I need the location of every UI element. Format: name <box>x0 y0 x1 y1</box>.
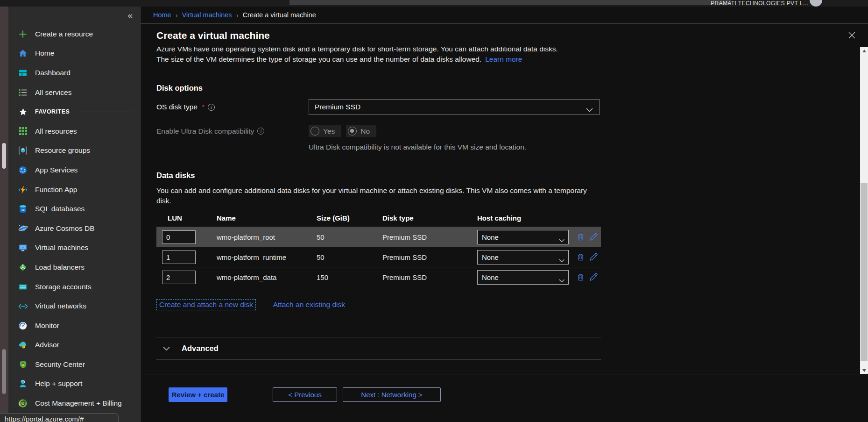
scroll-viewport: Azure VMs have one operating system disk… <box>141 47 860 374</box>
home-icon <box>18 48 28 58</box>
table-header: LUN Name Size (GiB) Disk type Host cachi… <box>156 212 601 227</box>
host-caching-select[interactable]: None <box>477 270 569 285</box>
browser-top-strip: PRAMATI TECHNOLOGIES PVT L... <box>0 0 868 7</box>
sidebar-collapse-icon[interactable]: « <box>127 10 133 21</box>
next-networking-button[interactable]: Next : Networking > <box>343 387 441 402</box>
sidebar-item-storage-accounts[interactable]: Storage accounts <box>8 277 140 297</box>
intro-text: Azure VMs have one operating system disk… <box>156 47 860 64</box>
avatar[interactable] <box>810 0 822 7</box>
os-disk-type-select[interactable]: Premium SSD <box>309 99 600 115</box>
column-disk-type: Disk type <box>382 214 477 222</box>
radio-no: No <box>346 125 376 137</box>
disk-name: wmo-platform_root <box>217 233 317 241</box>
browser-tab <box>289 0 731 5</box>
sidebar-item-create-a-resource[interactable]: Create a resource <box>8 24 140 44</box>
sidebar-item-help-support[interactable]: Help + support <box>8 374 140 394</box>
disk-size: 50 <box>317 233 382 241</box>
create-attach-disk-link[interactable]: Create and attach a new disk <box>156 299 256 310</box>
delete-disk-icon[interactable] <box>576 232 585 242</box>
info-icon[interactable]: i <box>208 104 215 111</box>
page-title: Create a virtual machine <box>156 30 270 41</box>
radio-circle-icon <box>311 127 319 136</box>
column-name: Name <box>217 214 317 222</box>
sidebar-favorites-header: FAVORITES <box>8 102 140 122</box>
column-host-caching: Host caching <box>477 214 576 222</box>
disk-name: wmo-platform_runtime <box>217 253 317 261</box>
attach-existing-disk-link[interactable]: Attach an existing disk <box>273 300 345 309</box>
breadcrumb-virtual-machines-link[interactable]: Virtual machines <box>182 11 232 19</box>
edge-scroll-segment <box>2 143 6 169</box>
disk-type: Premium SSD <box>382 253 477 261</box>
lun-input[interactable] <box>162 250 196 264</box>
gauge-icon <box>18 321 28 331</box>
scrollbar-thumb[interactable] <box>861 183 868 361</box>
scrollbar[interactable] <box>860 47 868 374</box>
delete-disk-icon[interactable] <box>576 252 585 262</box>
sidebar-item-sql-databases[interactable]: sql SQL databases <box>8 199 140 219</box>
host-caching-select[interactable]: None <box>477 230 569 244</box>
azure-portal-window: PRAMATI TECHNOLOGIES PVT L... « Create a… <box>0 0 868 422</box>
sidebar-item-function-app[interactable]: Function App <box>8 180 140 200</box>
chevron-down-icon <box>163 344 170 353</box>
sidebar-item-cost-management-billing[interactable]: $ Cost Management + Billing <box>8 393 140 413</box>
data-disk-row: wmo-platform_root 50 Premium SSD None <box>156 227 601 247</box>
sidebar-item-app-services[interactable]: App Services <box>8 160 140 180</box>
main-content: Home › Virtual machines › Create a virtu… <box>140 7 868 422</box>
lightning-icon <box>18 185 28 195</box>
cube-icon <box>18 145 28 156</box>
planet-icon <box>18 223 28 234</box>
edit-disk-icon[interactable] <box>589 272 598 282</box>
disk-options-heading: Disk options <box>156 84 860 93</box>
wizard-footer: Review + create < Previous Next : Networ… <box>141 374 868 422</box>
info-icon[interactable]: i <box>257 128 264 135</box>
breadcrumb: Home › Virtual machines › Create a virtu… <box>141 7 868 23</box>
edit-disk-icon[interactable] <box>589 252 598 262</box>
sidebar-item-home[interactable]: Home <box>8 44 140 64</box>
help-icon <box>18 379 28 389</box>
disk-links-row: Create and attach a new disk Attach an e… <box>156 299 860 310</box>
tenant-name[interactable]: PRAMATI TECHNOLOGIES PVT L... <box>711 0 808 7</box>
sidebar-item-security-center[interactable]: Security Center <box>8 355 140 374</box>
sidebar-item-advisor[interactable]: Advisor <box>8 336 140 355</box>
sidebar-item-virtual-machines[interactable]: Virtual machines <box>8 238 140 258</box>
edit-disk-icon[interactable] <box>589 232 598 242</box>
radio-yes: Yes <box>309 125 341 137</box>
divider <box>156 359 601 360</box>
list-icon <box>18 87 28 98</box>
sidebar-item-dashboard[interactable]: Dashboard <box>8 63 140 83</box>
window-edge <box>0 7 8 422</box>
advanced-toggle[interactable]: Advanced <box>156 337 601 359</box>
sidebar-item-all-services[interactable]: All services <box>8 83 140 102</box>
edge-scroll-segment <box>2 349 6 394</box>
sidebar-item-virtual-networks[interactable]: Virtual networks <box>8 296 140 316</box>
status-url: https://portal.azure.com/# <box>0 413 119 422</box>
sidebar-item-all-resources[interactable]: All resources <box>8 122 140 141</box>
sidebar-item-azure-cosmos-db[interactable]: Azure Cosmos DB <box>8 219 140 238</box>
chevron-right-icon: › <box>236 11 239 19</box>
svg-text:$: $ <box>22 402 23 405</box>
scroll-up-icon[interactable] <box>860 47 868 55</box>
data-disks-table: LUN Name Size (GiB) Disk type Host cachi… <box>156 212 601 287</box>
lun-input[interactable] <box>162 271 196 284</box>
grid-icon <box>18 126 28 136</box>
monitor-icon <box>18 243 28 253</box>
globe-icon <box>18 165 28 175</box>
review-create-button[interactable]: Review + create <box>169 387 227 402</box>
breadcrumb-home-link[interactable]: Home <box>153 11 171 19</box>
diamond-icon <box>18 262 28 272</box>
shield-icon <box>18 359 28 370</box>
sidebar-item-monitor[interactable]: Monitor <box>8 316 140 336</box>
sidebar: « Create a resource Home Dashboard All s… <box>8 7 140 422</box>
close-icon[interactable] <box>848 31 856 39</box>
delete-disk-icon[interactable] <box>576 272 585 282</box>
learn-more-link[interactable]: Learn more <box>485 55 522 63</box>
sidebar-item-resource-groups[interactable]: Resource groups <box>8 141 140 161</box>
lun-input[interactable] <box>162 230 196 244</box>
previous-button[interactable]: < Previous <box>273 387 337 402</box>
required-asterisk: * <box>202 103 205 111</box>
scroll-down-icon[interactable] <box>860 367 868 374</box>
host-caching-select[interactable]: None <box>477 250 569 265</box>
sidebar-item-load-balancers[interactable]: Load balancers <box>8 257 140 277</box>
network-icon <box>18 301 28 311</box>
column-lun: LUN <box>162 214 217 222</box>
